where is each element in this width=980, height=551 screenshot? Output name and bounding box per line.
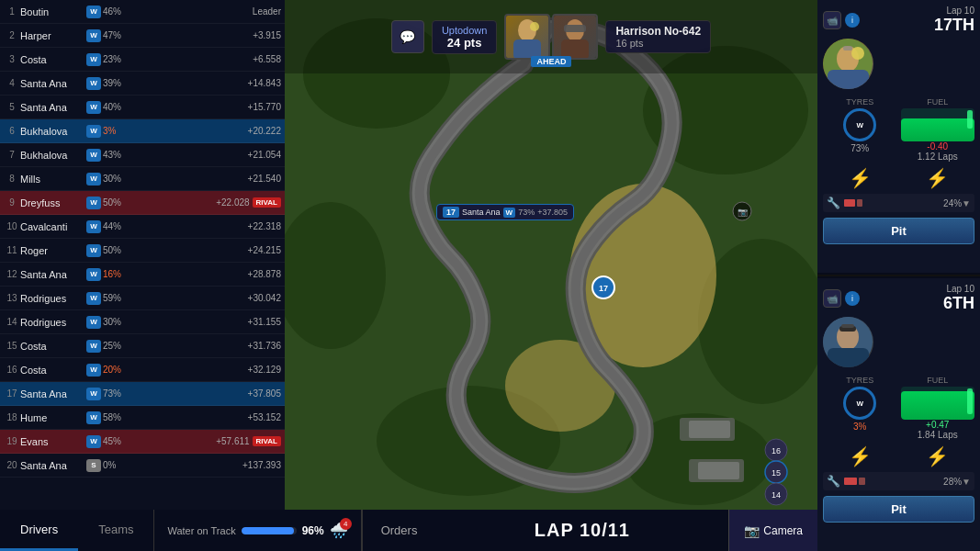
overtake-icon1: ⚡: [849, 167, 872, 189]
camera-icon1[interactable]: 📹: [823, 11, 841, 29]
driver1-damage: 24%: [934, 198, 962, 208]
driver2-damage: 28%: [934, 477, 962, 487]
svg-text:📷: 📷: [738, 207, 749, 218]
track-map: 16 15 14 17 📷 17 Santa Ana W 73% +37.805: [285, 0, 817, 510]
standing-row: 20 Santa Ana S 0% +137.393: [0, 454, 285, 478]
overtake-icon2: ⚡: [849, 445, 872, 467]
tab-teams[interactable]: Teams: [78, 510, 153, 551]
standings-panel: 1 Boutin W 46% Leader 2 Harper W 47% +3.…: [0, 0, 285, 510]
fuel-label1: Fuel: [901, 97, 975, 107]
svg-rect-18: [689, 421, 730, 438]
fuel-label2: Fuel: [901, 376, 975, 385]
standing-row: 16 Costa W 20% +32.129: [0, 358, 285, 382]
damage-expand1[interactable]: ▼: [962, 198, 971, 208]
standing-row: 14 Rodrigues W 30% +31.155: [0, 310, 285, 334]
driver1-tyre-pct: 73%: [823, 143, 897, 153]
standing-row: 8 Mills W 30% +21.540: [0, 167, 285, 191]
pit-btn2[interactable]: Pit: [823, 496, 974, 523]
orders-button[interactable]: Orders: [362, 510, 436, 551]
lap-counter: LAP 10/11: [435, 520, 728, 541]
boost-icon1: ⚡: [926, 167, 949, 189]
standing-row: 15 Costa W 25% +31.736: [0, 334, 285, 358]
camera-icon: 📷: [744, 523, 760, 538]
svg-point-1: [303, 18, 450, 129]
svg-text:15: 15: [772, 468, 781, 478]
standing-row: 18 Hume W 58% +53.152: [0, 406, 285, 430]
tyres-label2: Tyres: [823, 376, 897, 385]
pit-btn1[interactable]: Pit: [823, 218, 974, 244]
weather-alert-badge: 4: [340, 518, 352, 530]
camera-icon2[interactable]: 📹: [823, 289, 841, 308]
standing-row: 4 Santa Ana W 39% +14.843: [0, 72, 285, 96]
driver2-position: 6TH: [943, 294, 974, 313]
driver2-tyre-pct: 3%: [823, 422, 897, 432]
driver1-fuel-laps: 1.12 Laps: [901, 152, 975, 162]
standing-row: 2 Harper W 47% +3.915: [0, 24, 285, 48]
driver1-portrait: [823, 39, 873, 89]
svg-point-32: [851, 47, 864, 60]
tyres-label1: Tyres: [823, 97, 897, 107]
water-label: Water on Track: [167, 525, 235, 536]
standing-row: 19 Evans W 45% +57.611 RIVAL: [0, 430, 285, 454]
standing-row: 6 Bukhalova W 3% +20.222: [0, 119, 285, 143]
standing-row: 10 Cavalcanti W 44% +22.318: [0, 215, 285, 239]
standing-row: 3 Costa W 23% +6.558: [0, 48, 285, 72]
standing-row: 7 Bukhalova W 43% +21.054: [0, 143, 285, 167]
info-btn1[interactable]: i: [845, 13, 860, 28]
driver2-fuel-laps: 1.84 Laps: [901, 430, 975, 440]
svg-text:17: 17: [599, 284, 608, 293]
tab-drivers[interactable]: Drivers: [0, 510, 78, 551]
driver2-card: 📹 i Lap 10 6TH: [817, 278, 980, 551]
standing-row: 5 Santa Ana W 40% +15.770: [0, 96, 285, 119]
driver2-portrait: [823, 317, 873, 367]
damage-row2: 🔧 28% ▼: [823, 472, 974, 490]
water-bar: [242, 527, 297, 534]
standing-row: 9 Dreyfuss W 50% +22.028 RIVAL: [0, 191, 285, 215]
svg-rect-31: [828, 70, 869, 89]
water-pct: 96%: [302, 524, 324, 537]
camera-button[interactable]: 📷 Camera: [728, 510, 817, 551]
map-car-label: 17 Santa Ana W 73% +37.805: [436, 204, 574, 220]
camera-label: Camera: [763, 524, 803, 537]
standing-row: 12 Santa Ana W 16% +28.878: [0, 263, 285, 287]
driver2-lap: Lap 10: [943, 284, 974, 294]
standing-row: 1 Boutin W 46% Leader: [0, 0, 285, 24]
driver2-tyre-label: W: [856, 399, 863, 408]
driver1-card: 📹 i Lap 10 17TH: [817, 0, 980, 273]
driver1-fuel-delta: -0.40: [901, 141, 975, 152]
water-section: Water on Track 96% 🌧️ 4: [153, 510, 361, 551]
info-btn2[interactable]: i: [845, 291, 860, 306]
driver1-tyre-label: W: [856, 121, 863, 129]
svg-rect-36: [828, 348, 869, 367]
damage-expand2[interactable]: ▼: [962, 477, 971, 487]
driver1-lap: Lap 10: [934, 6, 974, 16]
driver-cards-panel: 📹 i Lap 10 17TH: [817, 0, 980, 551]
svg-rect-38: [841, 324, 854, 328]
standing-row: 13 Rodrigues W 59% +30.042: [0, 287, 285, 310]
damage-row1: 🔧 24% ▼: [823, 194, 974, 212]
svg-text:16: 16: [772, 446, 781, 455]
standing-row: 17 Santa Ana W 73% +37.805: [0, 382, 285, 406]
driver1-position: 17TH: [934, 16, 974, 35]
driver2-fuel-delta: +0.47: [901, 420, 975, 430]
boost-icon2: ⚡: [926, 445, 949, 467]
svg-text:14: 14: [772, 490, 781, 500]
svg-rect-33: [843, 46, 852, 51]
standing-row: 11 Roger W 50% +24.215: [0, 239, 285, 263]
bottom-bar: Drivers Teams Water on Track 96% 🌧️ 4 Or…: [0, 510, 817, 551]
svg-rect-20: [698, 462, 739, 479]
